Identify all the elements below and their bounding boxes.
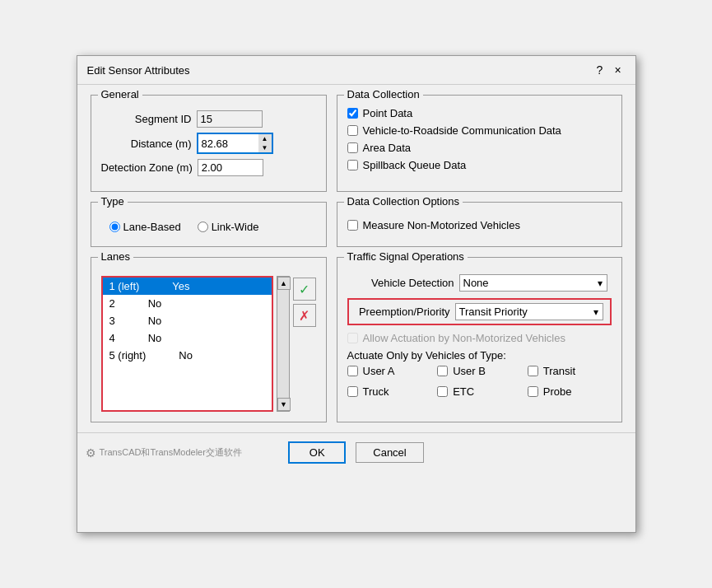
measure-non-motorized-label: Measure Non-Motorized Vehicles: [363, 219, 520, 231]
preemption-row: Preemption/Priority None Preemption Prio…: [347, 298, 612, 325]
lane-x-button[interactable]: ✗: [293, 304, 316, 327]
transit-checkbox[interactable]: [528, 366, 538, 376]
lane-check-button[interactable]: ✓: [293, 278, 316, 301]
title-controls: ? ×: [593, 63, 626, 77]
truck-checkbox[interactable]: [347, 386, 358, 397]
lane-id-2: 2: [109, 297, 115, 310]
user-a-label: User A: [363, 365, 395, 377]
probe-row[interactable]: Probe: [528, 385, 612, 398]
spillback-checkbox[interactable]: [347, 160, 358, 170]
allow-actuation-label: Allow Actuation by Non-Motorized Vehicle…: [363, 332, 565, 344]
data-collection-options-group: Data Collection Options Measure Non-Moto…: [337, 202, 622, 247]
preemption-select-wrapper: None Preemption Priority Transit Priorit…: [455, 303, 603, 320]
etc-row[interactable]: ETC: [437, 385, 521, 398]
actuate-only-section: Actuate Only by Vehicles of Type: User A…: [347, 349, 612, 403]
allow-actuation-row[interactable]: Allow Actuation by Non-Motorized Vehicle…: [347, 332, 612, 344]
distance-row: Distance (m) ▲ ▼: [101, 133, 316, 154]
vehicle-comm-label: Vehicle-to-Roadside Communication Data: [363, 124, 561, 137]
allow-actuation-checkbox[interactable]: [347, 333, 358, 343]
scroll-up-btn[interactable]: ▲: [277, 277, 291, 290]
user-b-checkbox[interactable]: [437, 366, 448, 376]
lane-id-5: 5 (right): [109, 349, 147, 362]
lane-based-radio[interactable]: [109, 222, 120, 232]
detection-zone-row: Detection Zone (m): [101, 159, 316, 176]
user-a-checkbox[interactable]: [347, 366, 358, 376]
link-wide-radio-item[interactable]: Link-Wide: [198, 221, 259, 233]
truck-row[interactable]: Truck: [347, 385, 431, 398]
general-group: General Segment ID Distance (m) ▲ ▼ Dete…: [91, 95, 327, 192]
preemption-select[interactable]: None Preemption Priority Transit Priorit…: [455, 303, 603, 320]
lane-item-4[interactable]: 4 No: [103, 329, 272, 347]
lanes-action-buttons: ✓ ✗: [293, 276, 316, 412]
data-collection-options-title: Data Collection Options: [344, 195, 463, 208]
truck-label: Truck: [363, 385, 389, 398]
link-wide-radio[interactable]: [198, 222, 208, 232]
area-data-checkbox[interactable]: [347, 142, 358, 153]
ok-button[interactable]: OK: [288, 441, 346, 464]
link-wide-label: Link-Wide: [212, 221, 259, 233]
watermark-icon: ⚙: [86, 446, 96, 460]
vehicle-detection-label: Vehicle Detection: [347, 277, 454, 289]
probe-checkbox[interactable]: [528, 386, 538, 397]
lane-id-1: 1 (left): [109, 280, 140, 292]
watermark-text: TransCAD和TransModeler交通软件: [100, 446, 242, 459]
distance-spin-buttons: ▲ ▼: [258, 133, 273, 154]
lanes-list-border: 1 (left) Yes 2 No 3 No 4 No: [101, 276, 273, 412]
distance-label: Distance (m): [101, 138, 192, 150]
distance-spin: ▲ ▼: [197, 133, 273, 154]
segment-id-input[interactable]: [197, 110, 263, 128]
lanes-group: Lanes 1 (left) Yes 2 No 3 No: [91, 257, 327, 422]
close-button[interactable]: ×: [611, 63, 626, 77]
lane-item-3[interactable]: 3 No: [103, 312, 272, 329]
data-collection-group: Data Collection Point Data Vehicle-to-Ro…: [337, 95, 622, 192]
point-data-row[interactable]: Point Data: [347, 107, 612, 119]
measure-non-motorized-checkbox[interactable]: [347, 220, 358, 231]
etc-checkbox[interactable]: [437, 386, 448, 397]
vehicle-detection-select[interactable]: None Presence Passage Presence/Passage: [459, 274, 607, 292]
lane-val-5: No: [179, 349, 193, 362]
lane-val-3: No: [148, 315, 162, 327]
watermark: ⚙ TransCAD和TransModeler交通软件: [86, 446, 242, 460]
vehicle-comm-row[interactable]: Vehicle-to-Roadside Communication Data: [347, 124, 612, 137]
segment-id-label: Segment ID: [101, 113, 192, 125]
vehicle-comm-checkbox[interactable]: [347, 125, 358, 136]
edit-sensor-dialog: Edit Sensor Attributes ? × General Segme…: [77, 55, 636, 533]
detection-zone-input[interactable]: [198, 159, 263, 176]
distance-input[interactable]: [197, 133, 258, 154]
spillback-label: Spillback Queue Data: [363, 159, 467, 171]
lane-based-radio-item[interactable]: Lane-Based: [109, 221, 181, 233]
lane-item-5[interactable]: 5 (right) No: [103, 347, 272, 364]
area-data-row[interactable]: Area Data: [347, 142, 612, 154]
distance-spin-down[interactable]: ▼: [258, 143, 272, 152]
vehicle-detection-row: Vehicle Detection None Presence Passage …: [347, 274, 612, 292]
footer: ⚙ TransCAD和TransModeler交通软件 OK Cancel: [77, 432, 635, 472]
user-b-label: User B: [453, 365, 486, 377]
probe-label: Probe: [543, 385, 572, 398]
lane-based-label: Lane-Based: [123, 221, 181, 233]
lane-item-1[interactable]: 1 (left) Yes: [103, 278, 272, 295]
segment-id-row: Segment ID: [101, 110, 316, 128]
scroll-down-btn[interactable]: ▼: [277, 398, 291, 411]
lanes-list-wrapper: 1 (left) Yes 2 No 3 No 4 No: [101, 276, 316, 412]
cancel-button[interactable]: Cancel: [356, 442, 423, 463]
lane-item-2[interactable]: 2 No: [103, 295, 272, 312]
actuate-only-label: Actuate Only by Vehicles of Type:: [347, 349, 506, 362]
scroll-track: [277, 290, 289, 398]
point-data-checkbox[interactable]: [347, 108, 358, 119]
lanes-group-title: Lanes: [98, 250, 133, 263]
transit-label: Transit: [543, 365, 575, 377]
distance-spin-up[interactable]: ▲: [258, 134, 272, 143]
user-a-row[interactable]: User A: [347, 365, 431, 377]
detection-zone-label: Detection Zone (m): [101, 161, 193, 174]
user-b-row[interactable]: User B: [437, 365, 521, 377]
general-group-title: General: [98, 88, 142, 100]
transit-row[interactable]: Transit: [528, 365, 612, 377]
lane-val-2: No: [148, 297, 162, 310]
spillback-row[interactable]: Spillback Queue Data: [347, 159, 612, 171]
etc-label: ETC: [453, 385, 474, 398]
measure-non-motorized-row[interactable]: Measure Non-Motorized Vehicles: [347, 219, 612, 231]
lanes-scrollbar: ▲ ▼: [277, 276, 290, 412]
help-button[interactable]: ?: [593, 63, 607, 77]
preemption-label: Preemption/Priority: [356, 306, 450, 318]
lane-val-4: No: [148, 332, 162, 344]
